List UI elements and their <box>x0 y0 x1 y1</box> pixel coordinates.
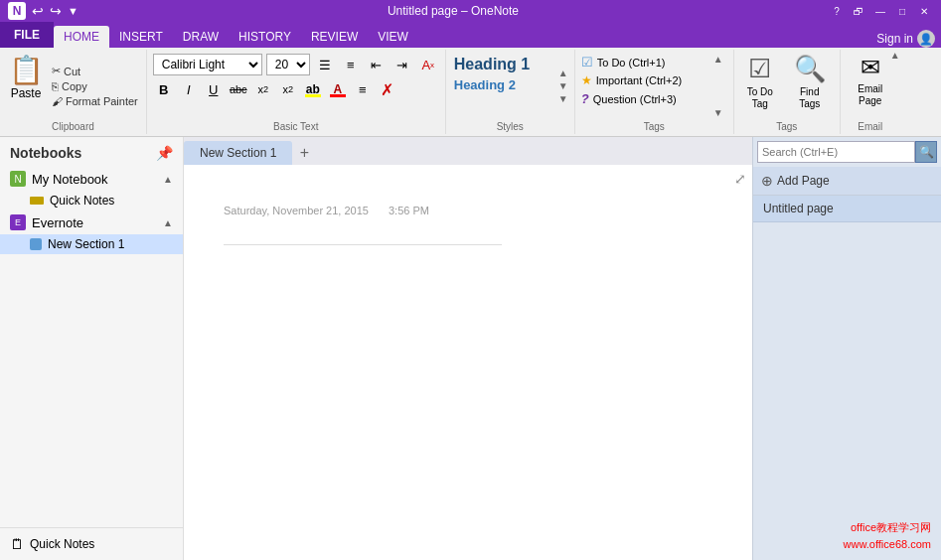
heading2-style[interactable]: Heading 2 <box>450 75 556 94</box>
style-expand[interactable]: ▼ <box>556 93 570 104</box>
sidebar-item-quick-notes[interactable]: Quick Notes <box>0 191 183 210</box>
clear-format-button2[interactable]: ✗ <box>377 78 398 100</box>
expand-button[interactable]: ⤢ <box>734 171 746 187</box>
add-section-button[interactable]: + <box>292 141 316 165</box>
strikethrough-button[interactable]: abc <box>228 78 249 100</box>
email-page-button[interactable]: ✉ EmailPage <box>847 54 894 107</box>
align-button[interactable]: ≡ <box>352 78 374 100</box>
page-entry-untitled[interactable]: Untitled page <box>753 196 941 222</box>
cut-button[interactable]: ✂ Cut <box>50 64 140 78</box>
quick-access-redo[interactable]: ↪ <box>50 3 62 19</box>
page-time: 3:56 PM <box>389 205 429 216</box>
email-label: Email <box>841 121 900 132</box>
maximize-button[interactable]: □ <box>893 2 911 20</box>
quick-notes-bottom[interactable]: 🗒 Quick Notes <box>0 527 183 560</box>
tag-scroll-up[interactable]: ▲ <box>713 54 727 65</box>
tab-insert[interactable]: INSERT <box>109 26 173 48</box>
content-area: New Section 1 + ⤢ Saturday, November 21,… <box>184 137 752 560</box>
question-icon: ? <box>581 91 589 106</box>
tab-review[interactable]: REVIEW <box>301 26 368 48</box>
highlight-button[interactable]: ab <box>302 78 324 100</box>
style-scroll-up[interactable]: ▲ <box>556 68 570 78</box>
evernote-collapse[interactable]: ▲ <box>163 217 173 228</box>
search-input[interactable] <box>757 141 915 163</box>
title-bar-left: N ↩ ↪ ▼ <box>8 2 78 20</box>
add-page-plus-icon: ⊕ <box>761 173 773 189</box>
my-notebook-icon: N <box>10 171 26 187</box>
heading1-style[interactable]: Heading 1 <box>450 54 556 75</box>
user-avatar[interactable]: 👤 <box>917 30 935 48</box>
style-scroll-down[interactable]: ▼ <box>556 80 570 91</box>
page-date: Saturday, November 21, 2015 <box>224 205 369 216</box>
paste-button[interactable]: 📋 Paste <box>6 54 46 118</box>
todo-tag-button[interactable]: ☑ To DoTag <box>738 54 782 110</box>
main-area: Notebooks 📌 N My Notebook ▲ Quick Notes … <box>0 137 941 560</box>
quick-notes-icon <box>30 197 44 205</box>
minimize-button[interactable]: — <box>871 2 889 20</box>
add-page-button[interactable]: ⊕ Add Page <box>753 167 941 196</box>
quick-notes-label: Quick Notes <box>50 194 114 208</box>
clear-formatting-button[interactable]: Ax <box>417 54 439 75</box>
signin-button[interactable]: Sign in <box>876 32 913 46</box>
sidebar-item-my-notebook[interactable]: N My Notebook ▲ <box>0 167 183 191</box>
important-tag[interactable]: ★ Important (Ctrl+2) <box>581 72 709 88</box>
font-size-select[interactable]: 20 <box>266 54 310 75</box>
numbered-list-button[interactable]: ≡ <box>340 54 362 75</box>
restore-button[interactable]: 🗗 <box>850 2 867 20</box>
copy-button[interactable]: ⎘ Copy <box>50 79 140 93</box>
quick-access-more[interactable]: ▼ <box>68 5 78 17</box>
bullet-list-button[interactable]: ☰ <box>314 54 336 75</box>
clipboard-group: 📋 Paste ✂ Cut ⎘ Copy 🖌 Format Painter Cl… <box>0 50 147 134</box>
section-tabs: New Section 1 + <box>184 137 752 165</box>
sidebar-pin-button[interactable]: 📌 <box>156 145 173 161</box>
heading2-label: Heading 2 <box>454 77 516 92</box>
ribbon-right-actions: Sign in 👤 <box>876 30 941 48</box>
tab-file[interactable]: FILE <box>0 22 54 48</box>
quick-notes-bottom-label: Quick Notes <box>30 537 94 551</box>
add-page-label: Add Page <box>777 174 830 188</box>
email-page-label: EmailPage <box>858 83 882 107</box>
tab-draw[interactable]: DRAW <box>173 26 229 48</box>
ribbon-collapse-button[interactable]: ▲ <box>890 50 900 61</box>
indent-decrease-button[interactable]: ⇤ <box>366 54 388 75</box>
font-color-button[interactable]: A <box>327 78 349 100</box>
section-tab-new-section-1[interactable]: New Section 1 <box>184 141 292 165</box>
underline-button[interactable]: U <box>203 78 225 100</box>
help-button[interactable]: ? <box>828 2 846 20</box>
format-row: B I U abc x2 x2 ab A ≡ ✗ <box>153 78 439 100</box>
window-controls: ? 🗗 — □ ✕ <box>828 2 933 20</box>
sidebar-item-evernote[interactable]: E Evernote ▲ <box>0 210 183 234</box>
find-tags-icon: 🔍 <box>794 54 826 84</box>
highlight-color-bar <box>305 94 321 97</box>
tag-scroll-down[interactable]: ▼ <box>713 107 727 118</box>
window-title: Untitled page – OneNote <box>78 4 828 18</box>
tag-scroll: ▲ ▼ <box>713 54 727 118</box>
clipboard-label: Clipboard <box>0 121 146 132</box>
todo-tag[interactable]: ☑ To Do (Ctrl+1) <box>581 54 709 70</box>
font-family-select[interactable]: Calibri Light <box>153 54 262 75</box>
tab-home[interactable]: HOME <box>54 26 109 48</box>
sidebar-item-new-section-1[interactable]: New Section 1 <box>0 234 183 254</box>
superscript-button[interactable]: x2 <box>277 78 299 100</box>
todo-tag-label: To DoTag <box>747 86 773 110</box>
page-entry-label: Untitled page <box>763 202 834 215</box>
close-button[interactable]: ✕ <box>915 2 933 20</box>
evernote-icon: E <box>10 214 26 230</box>
title-bar: N ↩ ↪ ▼ Untitled page – OneNote ? 🗗 — □ … <box>0 0 941 22</box>
find-tags-button[interactable]: 🔍 FindTags <box>788 54 832 110</box>
tab-view[interactable]: VIEW <box>368 26 418 48</box>
todo-label: To Do (Ctrl+1) <box>597 57 666 69</box>
evernote-label: Evernote <box>32 215 83 230</box>
format-painter-button[interactable]: 🖌 Format Painter <box>50 94 140 108</box>
search-button[interactable]: 🔍 <box>915 141 937 163</box>
ribbon-tabs: FILE HOME INSERT DRAW HISTORY REVIEW VIE… <box>0 22 941 48</box>
bold-button[interactable]: B <box>153 78 175 100</box>
paste-label: Paste <box>11 86 42 100</box>
my-notebook-collapse[interactable]: ▲ <box>163 174 173 185</box>
italic-button[interactable]: I <box>178 78 200 100</box>
quick-access-undo[interactable]: ↩ <box>32 3 44 19</box>
subscript-button[interactable]: x2 <box>252 78 274 100</box>
tab-history[interactable]: HISTORY <box>229 26 301 48</box>
indent-increase-button[interactable]: ⇥ <box>392 54 413 75</box>
question-tag[interactable]: ? Question (Ctrl+3) <box>581 90 709 107</box>
